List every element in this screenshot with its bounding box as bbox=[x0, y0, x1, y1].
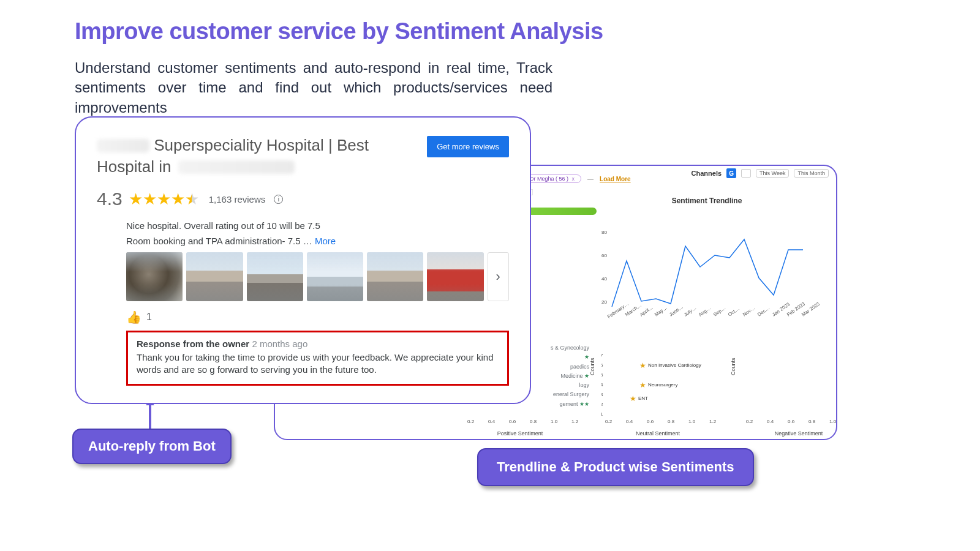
like-count: 1 bbox=[146, 312, 152, 323]
channel-toggle[interactable] bbox=[741, 169, 751, 178]
rating-value: 4.3 bbox=[97, 189, 123, 209]
redacted-blur bbox=[178, 160, 295, 174]
thumbs-up-icon[interactable]: 👍 bbox=[126, 310, 141, 324]
svg-text:0.2: 0.2 bbox=[467, 419, 475, 424]
owner-response-label: Response from the owner bbox=[137, 339, 249, 349]
trendline-polyline bbox=[612, 239, 803, 307]
arrow-to-owner-response bbox=[149, 404, 151, 429]
review-photo[interactable] bbox=[247, 252, 303, 301]
svg-text:0.8: 0.8 bbox=[809, 419, 816, 424]
svg-text:1.2: 1.2 bbox=[571, 419, 579, 424]
svg-text:Oct…: Oct… bbox=[727, 306, 741, 318]
svg-text:5: 5 bbox=[601, 372, 603, 378]
range-this-week[interactable]: This Week bbox=[756, 169, 789, 178]
svg-text:1.0: 1.0 bbox=[688, 419, 696, 424]
star-rating-icon: ★★★★★ bbox=[129, 190, 199, 209]
google-channel-icon[interactable]: G bbox=[726, 168, 736, 178]
review-text-line2-part: Room booking and TPA administration- 7.5… bbox=[126, 236, 312, 246]
photos-next-button[interactable]: › bbox=[488, 252, 509, 301]
svg-text:0.8: 0.8 bbox=[530, 419, 537, 424]
trendline-title: Sentiment Trendline bbox=[590, 197, 823, 205]
svg-text:80: 80 bbox=[601, 230, 607, 235]
svg-text:Nov…: Nov… bbox=[742, 305, 756, 318]
svg-text:June…: June… bbox=[668, 304, 684, 318]
label-trendline-products: Trendline & Product wise Sentiments bbox=[477, 448, 754, 486]
x-axis-label: Neutral Sentiment bbox=[590, 430, 725, 437]
svg-text:6: 6 bbox=[601, 362, 603, 368]
range-this-month[interactable]: This Month bbox=[794, 169, 829, 178]
like-row: 👍 1 bbox=[97, 310, 509, 324]
y-axis-label: Counts bbox=[730, 358, 736, 375]
review-text-line2: Room booking and TPA administration- 7.5… bbox=[126, 236, 509, 246]
svg-text:2: 2 bbox=[601, 402, 603, 407]
rating-row: 4.3 ★★★★★ 1,163 reviews i bbox=[97, 189, 509, 209]
svg-text:20: 20 bbox=[601, 299, 607, 305]
page-subtitle: Understand customer sentiments and auto-… bbox=[75, 58, 552, 118]
label-auto-reply: Auto-reply from Bot bbox=[72, 429, 232, 464]
svg-text:0.4: 0.4 bbox=[767, 419, 774, 424]
svg-text:Sep…: Sep… bbox=[712, 305, 726, 318]
x-axis-label: Positive Sentiment bbox=[453, 430, 587, 437]
y-axis-label: Counts bbox=[589, 358, 595, 375]
svg-text:7: 7 bbox=[601, 353, 603, 358]
filter-chip[interactable]: Dr Megha ( 56 ) x bbox=[523, 174, 581, 183]
page-title: Improve customer service by Sentiment An… bbox=[75, 18, 603, 45]
chevron-right-icon: › bbox=[496, 269, 500, 285]
business-title: Superspeciality Hospital | Best Hospital… bbox=[97, 135, 403, 178]
get-more-reviews-button[interactable]: Get more reviews bbox=[427, 136, 509, 157]
svg-text:40: 40 bbox=[601, 276, 607, 282]
svg-text:May…: May… bbox=[654, 305, 668, 318]
svg-text:0.4: 0.4 bbox=[626, 419, 633, 424]
svg-text:1.0: 1.0 bbox=[829, 419, 837, 424]
trendline-svg: 20 40 60 80 February… March… April… May…… bbox=[590, 209, 823, 331]
review-text-line1: Nice hospital. Overall rating out of 10 … bbox=[126, 220, 509, 231]
svg-text:0.6: 0.6 bbox=[509, 419, 516, 424]
svg-text:0.2: 0.2 bbox=[746, 419, 753, 424]
filter-chip-label: Dr Megha ( 56 ) bbox=[530, 176, 568, 182]
svg-text:0.6: 0.6 bbox=[647, 419, 654, 424]
svg-text:1.0: 1.0 bbox=[551, 419, 558, 424]
owner-response-heading: Response from the owner 2 months ago bbox=[137, 339, 499, 349]
svg-text:0.8: 0.8 bbox=[668, 419, 675, 424]
review-card: Superspeciality Hospital | Best Hospital… bbox=[75, 116, 531, 404]
svg-text:0.2: 0.2 bbox=[605, 419, 612, 424]
review-count: 1,163 reviews bbox=[209, 194, 266, 204]
review-photo[interactable] bbox=[367, 252, 423, 301]
dashboard-topbar: Channels G This Week This Month bbox=[692, 168, 829, 178]
info-icon[interactable]: i bbox=[274, 195, 283, 204]
review-photo[interactable] bbox=[427, 252, 483, 301]
svg-text:1: 1 bbox=[601, 411, 603, 417]
svg-text:4: 4 bbox=[601, 382, 603, 388]
review-photo[interactable] bbox=[126, 252, 183, 301]
review-photo-row: › bbox=[126, 252, 509, 301]
load-more-link[interactable]: Load More bbox=[600, 176, 631, 182]
point-label: Non Invasive Cardiology bbox=[648, 362, 701, 368]
trendline-chart: Sentiment Trendline 20 40 60 80 February… bbox=[590, 197, 823, 337]
neutral-sentiment-chart: Counts 765 4321 0.20.40.6 0.81.01.2 ★ No… bbox=[590, 343, 725, 435]
redacted-blur bbox=[97, 139, 149, 152]
close-icon[interactable]: x bbox=[572, 176, 575, 182]
svg-text:Aug…: Aug… bbox=[698, 305, 712, 318]
more-link[interactable]: More bbox=[315, 236, 336, 246]
mini-svg: 0.20.40.6 0.81.01.2 bbox=[742, 346, 837, 425]
negative-sentiment-chart: Counts 0.20.40.6 0.81.01.2 Negative Sent… bbox=[731, 343, 837, 435]
svg-text:60: 60 bbox=[601, 253, 607, 258]
svg-text:0.6: 0.6 bbox=[788, 419, 795, 424]
svg-text:1.2: 1.2 bbox=[709, 419, 717, 424]
svg-text:0.4: 0.4 bbox=[488, 419, 496, 424]
svg-text:★: ★ bbox=[630, 394, 636, 403]
sentiment-good-bar bbox=[523, 208, 597, 215]
x-axis-label: Negative Sentiment bbox=[731, 430, 837, 437]
svg-text:July…: July… bbox=[683, 305, 697, 318]
svg-text:3: 3 bbox=[601, 392, 603, 397]
review-photo[interactable] bbox=[186, 252, 243, 301]
filter-row: Dr Megha ( 56 ) x — Load More bbox=[523, 174, 631, 183]
owner-response-box: Response from the owner 2 months ago Tha… bbox=[126, 331, 509, 386]
svg-text:★: ★ bbox=[639, 361, 646, 370]
point-label: Neurosurgery bbox=[648, 382, 677, 388]
point-label: ENT bbox=[638, 395, 648, 401]
svg-text:★: ★ bbox=[639, 381, 646, 389]
svg-text:Dec…: Dec… bbox=[756, 305, 771, 318]
review-photo[interactable] bbox=[307, 252, 363, 301]
owner-response-age: 2 months ago bbox=[252, 339, 307, 349]
